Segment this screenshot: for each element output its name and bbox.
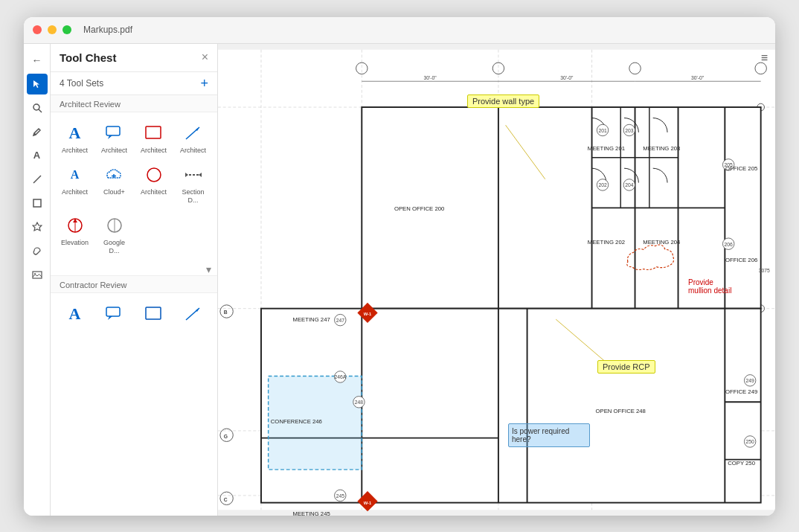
stamp-icon[interactable] [27, 217, 48, 237]
back-icon[interactable]: ← [27, 50, 48, 71]
svg-point-13 [147, 168, 161, 182]
svg-text:201: 201 [598, 127, 607, 132]
svg-rect-3 [33, 199, 41, 207]
svg-text:W-1: W-1 [364, 312, 372, 316]
annotation-provide-wall-type[interactable]: Provide wall type [467, 94, 539, 108]
icon-sidebar: ← A [24, 44, 51, 516]
svg-text:OFFICE 206: OFFICE 206 [725, 256, 757, 263]
svg-text:COPY 250: COPY 250 [728, 460, 755, 467]
svg-text:245: 245 [336, 493, 345, 498]
svg-marker-16 [199, 173, 202, 177]
svg-text:MEETING 247: MEETING 247 [293, 316, 330, 323]
svg-text:250: 250 [746, 439, 755, 444]
tool-contractor-callout[interactable] [96, 299, 132, 330]
svg-text:CONFERENCE 246: CONFERENCE 246 [271, 418, 322, 425]
tool-google-detail[interactable]: Google D... [96, 211, 132, 258]
svg-text:OFFICE 205: OFFICE 205 [725, 165, 757, 172]
scroll-down-icon[interactable]: ▾ [206, 263, 211, 275]
tool-architect-rect[interactable]: Architect [135, 118, 172, 158]
annotation-power-required[interactable]: Is power required here? [508, 423, 590, 447]
svg-text:MEETING 201: MEETING 201 [588, 145, 625, 152]
search-icon[interactable] [27, 97, 48, 118]
svg-text:C: C [224, 496, 228, 501]
minimize-button[interactable] [48, 25, 57, 34]
text-tool-icon[interactable]: A [27, 145, 48, 166]
svg-text:MEETING 203: MEETING 203 [643, 145, 680, 152]
panel-close-button[interactable]: × [202, 51, 208, 63]
section-architect-review: Architect Review [51, 95, 217, 112]
main-area: ← A [24, 44, 775, 516]
panel-subheader: 4 Tool Sets + [51, 72, 217, 95]
svg-rect-23 [146, 307, 161, 319]
svg-text:W-1: W-1 [364, 500, 372, 504]
svg-text:247: 247 [336, 318, 345, 323]
svg-text:G: G [224, 433, 228, 438]
svg-text:246A: 246A [334, 374, 346, 379]
annotation-provide-rcp[interactable]: Provide RCP [597, 360, 655, 374]
filename-label: Markups.pdf [83, 25, 132, 35]
tool-sections: Architect Review A Architect Architect [51, 95, 217, 516]
blueprint-area[interactable]: ≡ .room-text { font-family: Arial, sans-… [218, 44, 775, 516]
svg-text:3075: 3075 [759, 268, 770, 273]
svg-text:OPEN OFFICE  200: OPEN OFFICE 200 [394, 205, 444, 212]
app-window: Markups.pdf ← A [24, 17, 775, 516]
svg-text:204: 204 [625, 182, 634, 188]
svg-text:202: 202 [598, 182, 607, 188]
svg-text:30'-0": 30'-0" [560, 75, 574, 80]
pen-icon[interactable] [27, 121, 48, 142]
svg-text:30'-0": 30'-0" [424, 75, 437, 80]
svg-marker-15 [185, 173, 188, 177]
image-icon[interactable] [27, 264, 48, 285]
svg-text:206: 206 [725, 241, 734, 246]
section-contractor-review: Contractor Review [51, 275, 217, 293]
svg-rect-22 [106, 307, 120, 316]
tool-contractor-rect[interactable] [135, 299, 172, 330]
tool-architect-arrow[interactable]: Architect [175, 118, 211, 158]
tool-elevation[interactable]: Elevation [57, 211, 93, 258]
svg-marker-4 [33, 222, 42, 231]
svg-line-1 [39, 109, 42, 112]
tool-architect-text[interactable]: A Architect [57, 118, 93, 158]
svg-text:248: 248 [355, 400, 364, 405]
svg-text:249: 249 [746, 378, 755, 383]
tool-contractor-text[interactable]: A [57, 299, 93, 330]
svg-line-2 [33, 176, 41, 183]
tool-chest-panel: Tool Chest × 4 Tool Sets + Architect Rev… [51, 44, 218, 516]
tool-architect-callout[interactable]: Architect [96, 118, 132, 158]
close-button[interactable] [33, 25, 42, 34]
line-icon[interactable] [27, 169, 48, 190]
shapes-icon[interactable] [27, 193, 48, 214]
tool-sets-label: 4 Tool Sets [60, 78, 103, 89]
svg-text:B: B [224, 310, 228, 315]
contractor-tool-grid: A [51, 293, 217, 336]
hamburger-menu[interactable]: ≡ [761, 51, 768, 65]
svg-point-0 [33, 104, 39, 110]
svg-text:MEETING 245: MEETING 245 [293, 510, 330, 515]
annotation-provide-mullion[interactable]: Providemullion detail [688, 278, 731, 295]
svg-rect-7 [106, 126, 120, 135]
architect-tool-grid: A Architect Architect Architect [51, 112, 217, 264]
tool-cloudplus[interactable]: Cloud+ [96, 160, 132, 208]
title-bar: Markups.pdf [24, 17, 775, 44]
tool-section-dash[interactable]: Section D... [175, 160, 211, 208]
svg-text:30'-0": 30'-0" [691, 75, 705, 80]
cursor-icon[interactable] [27, 74, 48, 94]
tool-architect-circle[interactable]: Architect [135, 160, 172, 208]
maximize-button[interactable] [62, 25, 71, 34]
tool-architect-text2[interactable]: A Architect [57, 160, 93, 208]
svg-text:OPEN OFFICE  248: OPEN OFFICE 248 [596, 407, 646, 414]
panel-title: Tool Chest [60, 51, 116, 64]
svg-text:OFFICE 249: OFFICE 249 [725, 388, 757, 394]
panel-header: Tool Chest × [51, 44, 217, 72]
svg-text:MEETING 204: MEETING 204 [643, 238, 681, 245]
add-tool-set-button[interactable]: + [200, 77, 208, 90]
svg-rect-8 [146, 126, 161, 138]
tool-contractor-arrow[interactable] [175, 299, 211, 330]
svg-text:203: 203 [625, 127, 634, 132]
svg-text:MEETING 202: MEETING 202 [588, 238, 625, 245]
attach-icon[interactable] [27, 240, 48, 261]
